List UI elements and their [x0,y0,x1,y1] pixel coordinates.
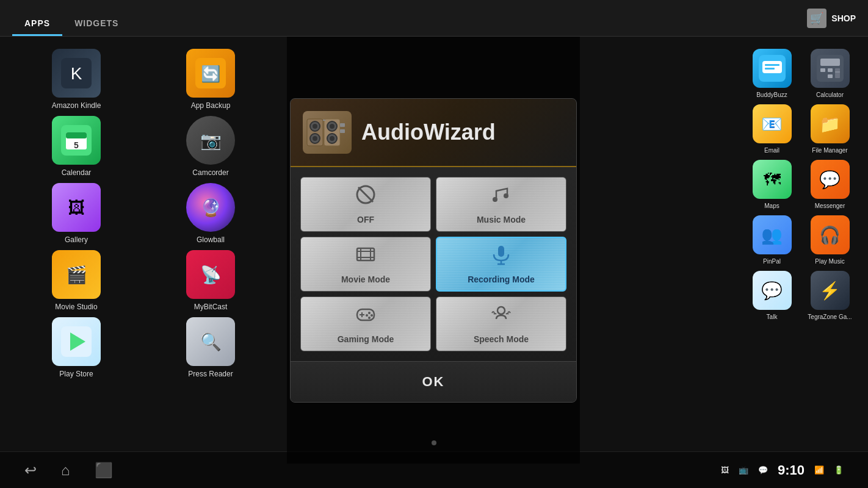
svg-rect-20 [340,123,345,127]
app-label-talk: Talk [767,314,778,320]
app-icon-file-manager: 📁 [811,104,850,143]
svg-point-25 [493,197,497,202]
mode-button-movie-mode[interactable]: Movie Mode [300,237,431,292]
status-bar: 🖼 📺 💬 9:10 📶 🔋 [721,462,844,478]
app-item-mybitcast[interactable]: 📡 MyBitCast [146,250,275,311]
app-icon-messenger: 💬 [811,160,850,199]
battery-icon: 🔋 [834,465,844,475]
svg-rect-21 [340,129,345,133]
back-button[interactable]: ↩ [24,462,37,479]
svg-text:K: K [71,64,82,83]
app-icon-calendar: 5 [52,116,101,165]
mode-button-speech-mode[interactable]: Speech Mode [436,296,566,351]
message-icon: 💬 [758,465,768,475]
gallery-status-icon: 🖼 [721,465,729,475]
app-item-email[interactable]: 📧 Email [746,104,798,154]
app-item-play-music[interactable]: 🎧 Play Music [804,215,856,265]
ok-button[interactable]: OK [398,369,469,395]
recents-button[interactable]: ⬛ [95,462,113,479]
app-item-talk[interactable]: 💬 Talk [746,271,798,320]
svg-text:5: 5 [74,140,79,150]
app-icon-amazon-kindle: K [52,49,101,98]
svg-rect-44 [762,61,782,73]
mode-label-recording-mode: Recording Mode [468,274,535,284]
app-label-tegrazone: TegraZone Ga... [808,314,852,320]
app-item-maps[interactable]: 🗺 Maps [746,160,798,209]
mode-icon-movie-mode [355,243,377,270]
app-icon-calculator [811,49,850,88]
mode-icon-music-mode [490,184,512,210]
app-item-file-manager[interactable]: 📁 File Manager [804,104,856,154]
app-icon-maps: 🗺 [753,160,792,199]
svg-text:🔄: 🔄 [201,64,221,84]
svg-point-38 [368,312,371,314]
mode-button-off[interactable]: OFF [300,177,431,232]
app-item-calculator[interactable]: Calculator [804,49,856,98]
app-label-play-music: Play Music [815,258,844,265]
home-button[interactable]: ⌂ [61,462,70,479]
app-icon-press-reader: 🔍 [186,317,235,366]
tab-apps[interactable]: APPS [12,12,62,36]
app-label-glowball: Glowball [197,235,225,244]
app-item-gallery[interactable]: 🖼 Gallery [12,183,140,244]
content-area: K Amazon Kindle 🔄 App Backup 5 Calendar [0,37,868,464]
app-item-calendar[interactable]: 5 Calendar [12,116,140,177]
svg-point-41 [368,317,371,319]
app-label-pinpal: PinPal [763,258,781,265]
svg-rect-32 [498,246,504,257]
mode-icon-gaming-mode [355,303,377,329]
svg-rect-50 [828,68,833,72]
app-label-calendar: Calendar [62,168,92,177]
app-item-glowball[interactable]: 🔮 Glowball [146,183,275,244]
shop-area[interactable]: 🛒 SHOP [807,9,856,28]
svg-point-40 [366,314,368,317]
app-item-pinpal[interactable]: 👥 PinPal [746,215,798,265]
app-label-email: Email [764,147,779,154]
svg-line-24 [358,187,373,202]
app-label-messenger: Messenger [815,203,845,209]
svg-rect-46 [765,68,775,70]
tab-widgets[interactable]: WIDGETS [62,12,131,36]
screen-icon: 📺 [739,465,748,475]
svg-point-26 [504,193,508,198]
svg-rect-48 [820,59,840,66]
app-icon-glowball: 🔮 [186,183,235,232]
app-item-tegrazone[interactable]: ⚡ TegraZone Ga... [804,271,856,320]
app-item-messenger[interactable]: 💬 Messenger [804,160,856,209]
app-item-camcorder[interactable]: 📷 Camcorder [146,116,275,177]
shop-label: SHOP [831,13,856,23]
app-icon-mybitcast: 📡 [186,250,235,299]
app-label-mybitcast: MyBitCast [194,303,228,311]
mode-label-gaming-mode: Gaming Mode [338,334,394,344]
left-apps-grid: K Amazon Kindle 🔄 App Backup 5 Calendar [0,37,287,464]
svg-rect-51 [828,74,833,78]
mode-icon-off [355,184,377,210]
svg-rect-45 [765,64,779,66]
app-item-buddybuzz[interactable]: BuddyBuzz [746,49,798,98]
audiowizard-modal: AudioWizard OFF Music Mode [290,98,577,403]
app-icon-pinpal: 👥 [753,215,792,254]
svg-point-39 [371,314,373,317]
svg-rect-52 [835,68,840,78]
app-label-movie-studio: Movie Studio [55,303,97,311]
app-label-calculator: Calculator [816,92,844,98]
shop-icon: 🛒 [807,9,826,28]
app-icon-play-music: 🎧 [811,215,850,254]
modal-footer: OK [291,361,576,402]
mode-button-recording-mode[interactable]: Recording Mode [436,237,566,292]
svg-point-17 [330,124,335,129]
mode-label-off: OFF [357,215,374,224]
modal-header: AudioWizard [291,99,576,167]
app-icon-camcorder: 📷 [186,116,235,165]
app-item-amazon-kindle[interactable]: K Amazon Kindle [12,49,140,110]
app-item-play-store[interactable]: Play Store [12,317,140,378]
app-label-maps: Maps [764,203,779,209]
mode-button-gaming-mode[interactable]: Gaming Mode [300,296,431,351]
mode-label-movie-mode: Movie Mode [341,274,390,284]
app-item-app-backup[interactable]: 🔄 App Backup [146,49,275,110]
app-item-press-reader[interactable]: 🔍 Press Reader [146,317,275,378]
svg-rect-6 [66,132,87,138]
app-icon-email: 📧 [753,104,792,143]
mode-button-music-mode[interactable]: Music Mode [436,177,566,232]
app-item-movie-studio[interactable]: 🎬 Movie Studio [12,250,140,311]
